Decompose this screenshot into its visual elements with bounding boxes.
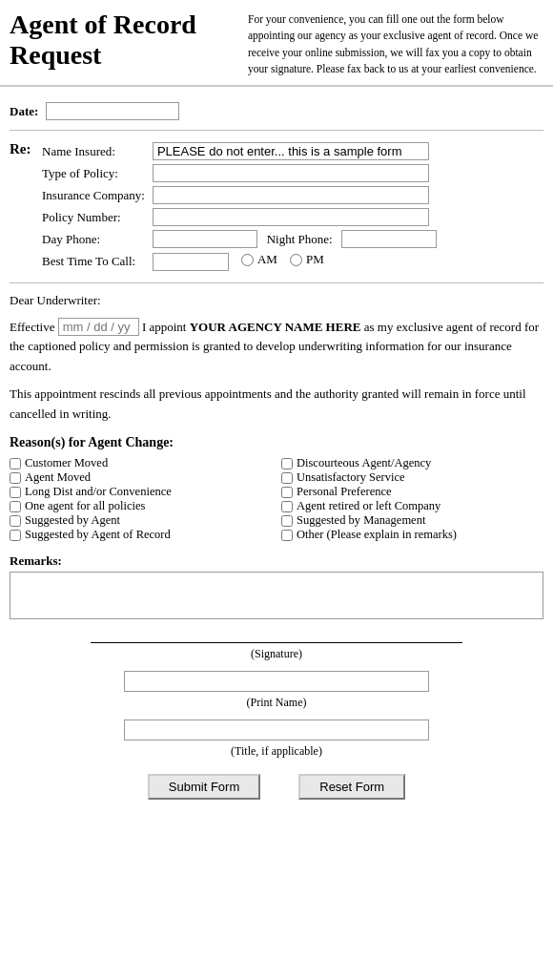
insurance-company-label: Insurance Company: bbox=[38, 184, 149, 206]
name-insured-row: Name Insured: bbox=[38, 140, 440, 162]
pm-radio-group: PM bbox=[290, 252, 324, 267]
effective-section: Effective I appoint YOUR AGENCY NAME HER… bbox=[10, 318, 543, 377]
pm-radio[interactable] bbox=[290, 254, 302, 266]
date-input[interactable] bbox=[46, 102, 179, 120]
type-policy-input[interactable] bbox=[153, 164, 429, 182]
reasons-left-col: Customer Moved Agent Moved Long Dist and… bbox=[10, 456, 272, 542]
pm-label: PM bbox=[306, 252, 324, 267]
re-label: Re: bbox=[10, 141, 31, 157]
reason-long-dist-checkbox[interactable] bbox=[10, 487, 21, 498]
insurance-company-input[interactable] bbox=[153, 186, 429, 204]
reason-personal-preference-label: Personal Preference bbox=[297, 485, 392, 499]
reason-customer-moved-label: Customer Moved bbox=[25, 456, 108, 470]
reason-long-dist: Long Dist and/or Convenience bbox=[10, 485, 272, 499]
best-time-input[interactable] bbox=[153, 253, 229, 271]
reason-agent-moved: Agent Moved bbox=[10, 470, 272, 485]
reason-unsatisfactory: Unsatisfactory Service bbox=[281, 470, 543, 485]
title-label: (Title, if applicable) bbox=[10, 744, 543, 759]
am-radio[interactable] bbox=[241, 254, 254, 266]
reason-one-agent-checkbox[interactable] bbox=[10, 501, 21, 512]
night-phone-input[interactable] bbox=[341, 230, 437, 248]
insurance-company-row: Insurance Company: bbox=[38, 184, 440, 206]
effective-label: Effective bbox=[10, 320, 54, 334]
signature-line bbox=[91, 642, 462, 643]
rescind-text: This appointment rescinds all previous a… bbox=[10, 385, 543, 425]
date-label: Date: bbox=[10, 104, 38, 119]
policy-number-row: Policy Number: bbox=[38, 206, 440, 228]
reason-customer-moved-checkbox[interactable] bbox=[10, 458, 21, 469]
remarks-textarea[interactable] bbox=[10, 572, 543, 619]
effective-date-input[interactable] bbox=[58, 318, 139, 336]
print-name-input[interactable] bbox=[124, 671, 429, 692]
best-time-row: Best Time To Call: AM PM bbox=[38, 250, 440, 273]
remarks-section: Remarks: bbox=[10, 553, 543, 623]
re-table: Name Insured: Type of Policy: Insurance … bbox=[38, 140, 440, 273]
reasons-title: Reason(s) for Agent Change: bbox=[10, 435, 543, 450]
reason-suggested-agent-checkbox[interactable] bbox=[10, 515, 21, 527]
remarks-label: Remarks: bbox=[10, 553, 543, 569]
date-row: Date: bbox=[10, 102, 543, 120]
day-phone-label: Day Phone: bbox=[38, 228, 149, 250]
buttons-row: Submit Form Reset Form bbox=[10, 774, 543, 800]
reason-one-agent-label: One agent for all policies bbox=[25, 499, 145, 513]
reason-one-agent: One agent for all policies bbox=[10, 499, 272, 513]
reason-agent-retired: Agent retired or left Company bbox=[281, 499, 543, 513]
reason-agent-retired-checkbox[interactable] bbox=[281, 501, 293, 512]
am-radio-group: AM bbox=[241, 252, 277, 267]
agency-name: YOUR AGENCY NAME HERE bbox=[190, 320, 361, 334]
reason-suggested-management-label: Suggested by Management bbox=[297, 513, 425, 528]
reason-agent-retired-label: Agent retired or left Company bbox=[297, 499, 440, 513]
reason-long-dist-label: Long Dist and/or Convenience bbox=[25, 485, 172, 499]
reason-unsatisfactory-checkbox[interactable] bbox=[281, 472, 293, 484]
reasons-right-col: Discourteous Agent/Agency Unsatisfactory… bbox=[281, 456, 543, 542]
night-phone-label: Night Phone: bbox=[267, 232, 333, 246]
reason-personal-preference: Personal Preference bbox=[281, 485, 543, 499]
best-time-label: Best Time To Call: bbox=[38, 250, 149, 273]
reason-customer-moved: Customer Moved bbox=[10, 456, 272, 470]
reason-other-label: Other (Please explain in remarks) bbox=[297, 528, 457, 542]
reasons-grid: Customer Moved Agent Moved Long Dist and… bbox=[10, 456, 543, 542]
reason-suggested-agent: Suggested by Agent bbox=[10, 513, 272, 528]
type-policy-label: Type of Policy: bbox=[38, 162, 149, 184]
reason-suggested-agent-of-record-label: Suggested by Agent of Record bbox=[25, 528, 171, 542]
submit-button[interactable]: Submit Form bbox=[148, 774, 260, 800]
header-description: For your convenience, you can fill one o… bbox=[248, 10, 543, 77]
name-insured-input[interactable] bbox=[153, 142, 429, 160]
reason-agent-moved-label: Agent Moved bbox=[25, 470, 91, 485]
reason-suggested-agent-of-record: Suggested by Agent of Record bbox=[10, 528, 272, 542]
signature-section: (Signature) (Print Name) (Title, if appl… bbox=[10, 642, 543, 759]
reason-personal-preference-checkbox[interactable] bbox=[281, 487, 293, 498]
reason-discourteous-checkbox[interactable] bbox=[281, 458, 293, 469]
reason-suggested-management-checkbox[interactable] bbox=[281, 515, 293, 527]
reason-suggested-management: Suggested by Management bbox=[281, 513, 543, 528]
reason-other-checkbox[interactable] bbox=[281, 530, 293, 541]
reset-button[interactable]: Reset Form bbox=[298, 774, 405, 800]
policy-number-label: Policy Number: bbox=[38, 206, 149, 228]
name-insured-label: Name Insured: bbox=[38, 140, 149, 162]
reason-suggested-agent-label: Suggested by Agent bbox=[25, 513, 120, 528]
dear-line: Dear Underwriter: bbox=[10, 293, 543, 308]
signature-label: (Signature) bbox=[10, 647, 543, 661]
header: Agent of Record Request For your conveni… bbox=[0, 0, 553, 87]
day-phone-input[interactable] bbox=[153, 230, 257, 248]
policy-number-input[interactable] bbox=[153, 208, 429, 226]
page-title: Agent of Record Request bbox=[10, 10, 229, 71]
print-name-label: (Print Name) bbox=[10, 696, 543, 710]
appoint-text1: I appoint bbox=[142, 320, 190, 334]
reason-discourteous: Discourteous Agent/Agency bbox=[281, 456, 543, 470]
phone-row: Day Phone: Night Phone: bbox=[38, 228, 440, 250]
type-policy-row: Type of Policy: bbox=[38, 162, 440, 184]
reason-agent-moved-checkbox[interactable] bbox=[10, 472, 21, 484]
reason-discourteous-label: Discourteous Agent/Agency bbox=[297, 456, 431, 470]
re-section: Re: Name Insured: Type of Policy: Insura… bbox=[10, 140, 543, 273]
reason-suggested-agent-of-record-checkbox[interactable] bbox=[10, 530, 21, 541]
title-input[interactable] bbox=[124, 719, 429, 740]
re-fields: Name Insured: Type of Policy: Insurance … bbox=[38, 140, 543, 273]
reason-other: Other (Please explain in remarks) bbox=[281, 528, 543, 542]
am-label: AM bbox=[257, 252, 277, 267]
reason-unsatisfactory-label: Unsatisfactory Service bbox=[297, 470, 405, 485]
